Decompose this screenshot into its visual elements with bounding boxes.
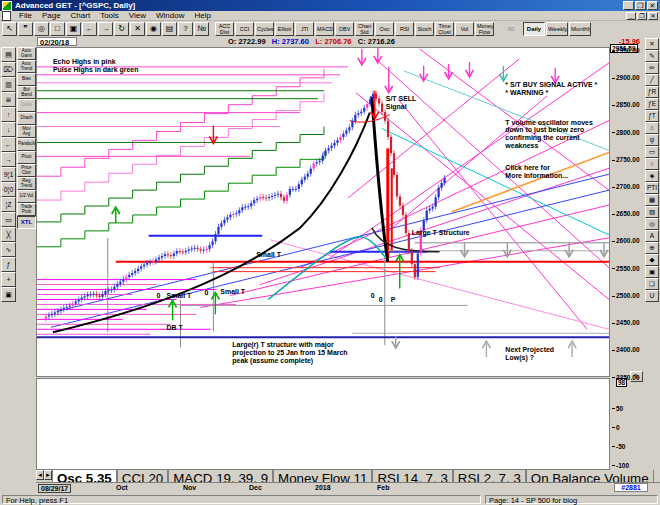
link-icon[interactable]: ◉ bbox=[146, 22, 161, 36]
study-cci-button[interactable]: CCI bbox=[235, 22, 254, 36]
menu-file[interactable]: File bbox=[14, 11, 37, 20]
tool-1-2-vol-button[interactable]: 1/2 Vol bbox=[17, 190, 36, 203]
new-page-icon[interactable]: □ bbox=[50, 22, 65, 36]
elliott-waves-icon[interactable]: ∿ bbox=[1, 242, 16, 257]
ratio-9-1-icon[interactable]: 9¦1 bbox=[1, 167, 16, 182]
rectangle-icon[interactable]: ▭ bbox=[645, 146, 659, 158]
tool-trade-prob-button[interactable]: Trade Prob bbox=[17, 203, 36, 216]
grid-icon[interactable]: ▦ bbox=[645, 194, 659, 206]
price-chart[interactable]: Echo Highs in pinkPulse Highs in dark gr… bbox=[37, 48, 609, 376]
interval-weekly-button[interactable]: Weekly bbox=[546, 22, 568, 36]
doc-close-button[interactable]: ✕ bbox=[648, 12, 658, 20]
print-icon[interactable]: ▤ bbox=[162, 22, 177, 36]
doc-restore-button[interactable]: ❐ bbox=[637, 12, 647, 20]
interval-monthly-button[interactable]: Monthly bbox=[569, 22, 591, 36]
scroll-right-icon[interactable]: → bbox=[1, 152, 16, 167]
interval-daily-button[interactable]: Daily bbox=[523, 22, 545, 36]
study-icon[interactable]: ≣ bbox=[1, 92, 16, 107]
menu-chart[interactable]: Chart bbox=[66, 11, 96, 20]
tool-price-clstr-button[interactable]: Price Clstr bbox=[17, 164, 36, 177]
crosshair-icon[interactable]: + bbox=[1, 272, 16, 287]
ratio-0-0-icon[interactable]: 0¦0 bbox=[1, 182, 16, 197]
zoom-in-icon[interactable]: ⊕ bbox=[645, 242, 659, 254]
new-chart-icon[interactable]: ▣ bbox=[1, 287, 16, 302]
search-icon[interactable]: ◎ bbox=[645, 218, 659, 230]
study-osc-button[interactable]: Osc bbox=[375, 22, 394, 36]
fib-extension-icon[interactable]: ƒE bbox=[645, 98, 659, 110]
tool-parabolic-button[interactable]: Parabolic bbox=[17, 138, 36, 151]
pointer-icon[interactable]: ↖ bbox=[2, 22, 17, 36]
tab-scroll-right-icon[interactable]: ► bbox=[44, 470, 52, 480]
trendline-icon[interactable]: ╱ bbox=[645, 74, 659, 86]
split-scale-icon[interactable]: ¦Z bbox=[1, 197, 16, 212]
zoom-icon[interactable]: ◎ bbox=[34, 22, 49, 36]
study-chan-std-button[interactable]: Chan Std bbox=[355, 22, 374, 36]
ellipse-icon[interactable]: ○ bbox=[645, 158, 659, 170]
doc-minimize-button[interactable]: _ bbox=[626, 12, 636, 20]
study-rsi-button[interactable]: RSI bbox=[395, 22, 414, 36]
study-obv-button[interactable]: OBV bbox=[335, 22, 354, 36]
chart-settings-icon[interactable]: ▤ bbox=[1, 47, 16, 62]
paint-icon[interactable]: ◆ bbox=[645, 254, 659, 266]
restore-button[interactable]: ❐ bbox=[635, 1, 646, 10]
scroll-up-icon[interactable]: ↑ bbox=[1, 107, 16, 122]
oscillator-panel[interactable] bbox=[36, 378, 610, 470]
eraser-icon[interactable]: ◈ bbox=[645, 170, 659, 182]
study-vol-button[interactable]: Vol bbox=[455, 22, 474, 36]
oscillator-chart[interactable] bbox=[37, 379, 609, 469]
next-chart-icon[interactable]: → bbox=[98, 22, 113, 36]
price-chart-panel[interactable]: Echo Highs in pinkPulse Highs in dark gr… bbox=[36, 47, 610, 377]
study-time-clust-button[interactable]: Time Clust bbox=[435, 22, 454, 36]
minimize-button[interactable]: _ bbox=[623, 1, 634, 10]
gann-icon[interactable]: ⌂ bbox=[645, 122, 659, 134]
pitchfork-icon[interactable]: ψ bbox=[645, 134, 659, 146]
pti-icon[interactable]: PTI bbox=[645, 182, 659, 194]
tab-scroll-left-icon[interactable]: ◄ bbox=[36, 470, 44, 480]
select-icon[interactable]: ▣ bbox=[645, 266, 659, 278]
tool-mov-avg-button[interactable]: Mov Avg bbox=[17, 125, 36, 138]
fib-time-icon[interactable]: ƒT bbox=[645, 110, 659, 122]
tool-reg-trend-button[interactable]: Reg Trend bbox=[17, 177, 36, 190]
page-manager-icon[interactable]: ▣ bbox=[66, 22, 81, 36]
menu-tools[interactable]: Tools bbox=[95, 11, 124, 20]
tool-bias-button[interactable]: Bias bbox=[17, 73, 36, 86]
tool-drach-button[interactable]: Drach bbox=[17, 112, 36, 125]
study-macd-button[interactable]: MACD bbox=[315, 22, 334, 36]
pencil-icon[interactable]: ✎ bbox=[645, 50, 659, 62]
menu-page[interactable]: Page bbox=[37, 11, 66, 20]
eraser-icon[interactable]: ⌦ bbox=[1, 62, 16, 77]
study-elliott-button[interactable]: Elliott bbox=[275, 22, 294, 36]
study-cycles-button[interactable]: Cycles bbox=[255, 22, 274, 36]
refresh-icon[interactable]: ↻ bbox=[114, 22, 129, 36]
context-help-icon[interactable]: № bbox=[194, 22, 209, 36]
text-tool-icon[interactable]: A bbox=[645, 230, 659, 242]
tool-auto-trend-button[interactable]: Auto Trend bbox=[17, 60, 36, 73]
tool-xtl-button[interactable]: XTL bbox=[17, 216, 36, 229]
menu-view[interactable]: View bbox=[124, 11, 151, 20]
close-icon[interactable]: ✕ bbox=[645, 38, 659, 50]
undo-icon[interactable]: U bbox=[645, 290, 659, 302]
quote-icon[interactable]: ❞ bbox=[18, 22, 33, 36]
copy-icon[interactable]: ❏ bbox=[645, 278, 659, 290]
box-tool-icon[interactable]: ▭ bbox=[1, 212, 16, 227]
close-chart-icon[interactable]: ✕ bbox=[130, 22, 145, 36]
menu-help[interactable]: Help bbox=[189, 11, 215, 20]
cursor-date-field[interactable]: 02/20/18 bbox=[37, 37, 77, 46]
tool-bol-band-button[interactable]: Bol Band bbox=[17, 86, 36, 99]
study-money-flow-button[interactable]: Money Flow bbox=[475, 22, 494, 36]
prev-chart-icon[interactable]: ← bbox=[82, 22, 97, 36]
help-icon[interactable]: ? bbox=[178, 22, 193, 36]
fib-tool-icon[interactable]: ƒ bbox=[1, 257, 16, 272]
study-acc-dist-button[interactable]: ACC Dist bbox=[215, 22, 234, 36]
document-icon[interactable] bbox=[2, 11, 11, 21]
hatch-icon[interactable]: ▨ bbox=[645, 206, 659, 218]
study-stoch-button[interactable]: Stoch bbox=[415, 22, 434, 36]
quick-study-icon[interactable]: ▥ bbox=[1, 77, 16, 92]
tool-auto-gann-button[interactable]: Auto Gann bbox=[17, 47, 36, 60]
xtl-lines-icon[interactable]: ╳ bbox=[1, 227, 16, 242]
menu-window[interactable]: Window bbox=[151, 11, 189, 20]
marker-icon[interactable]: ✏ bbox=[645, 62, 659, 74]
fib-retracement-icon[interactable]: ƒR bbox=[645, 86, 659, 98]
tool-pivot-button[interactable]: Pivot bbox=[17, 151, 36, 164]
scroll-left-icon[interactable]: ← bbox=[1, 137, 16, 152]
